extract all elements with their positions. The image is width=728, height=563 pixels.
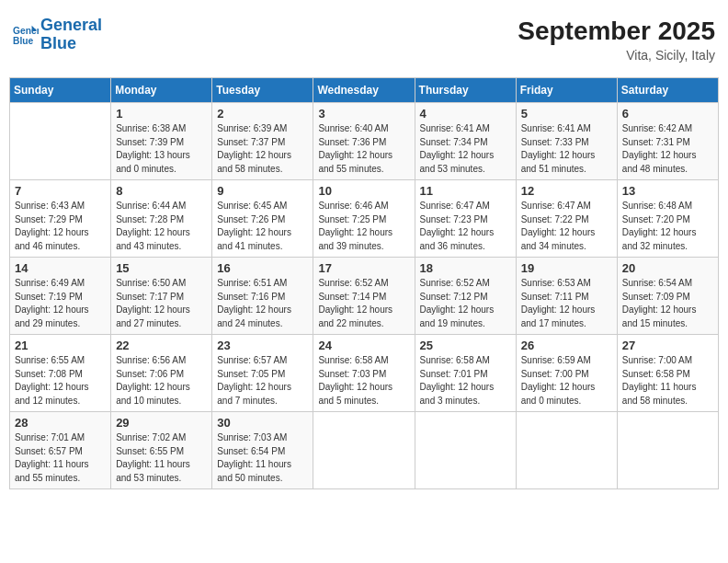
svg-text:General: General	[13, 26, 39, 36]
calendar-week-row: 7Sunrise: 6:43 AMSunset: 7:29 PMDaylight…	[10, 180, 719, 258]
calendar-cell: 21Sunrise: 6:55 AMSunset: 7:08 PMDayligh…	[10, 335, 111, 412]
calendar-cell	[10, 103, 111, 180]
day-info: Sunrise: 6:49 AMSunset: 7:19 PMDaylight:…	[15, 277, 106, 330]
day-info: Sunrise: 6:47 AMSunset: 7:23 PMDaylight:…	[420, 200, 511, 253]
day-number: 24	[318, 339, 409, 352]
month-title: September 2025	[518, 17, 715, 46]
day-info: Sunrise: 6:44 AMSunset: 7:28 PMDaylight:…	[116, 200, 207, 253]
weekday-header-sunday: Sunday	[10, 78, 111, 103]
calendar-cell: 25Sunrise: 6:58 AMSunset: 7:01 PMDayligh…	[415, 335, 516, 412]
calendar-cell: 20Sunrise: 6:54 AMSunset: 7:09 PMDayligh…	[617, 258, 718, 335]
day-info: Sunrise: 7:00 AMSunset: 6:58 PMDaylight:…	[622, 354, 713, 408]
calendar-cell	[313, 412, 415, 489]
calendar-cell: 5Sunrise: 6:41 AMSunset: 7:33 PMDaylight…	[516, 103, 617, 180]
day-number: 6	[622, 107, 713, 121]
calendar-cell: 19Sunrise: 6:53 AMSunset: 7:11 PMDayligh…	[516, 258, 617, 335]
day-info: Sunrise: 6:52 AMSunset: 7:12 PMDaylight:…	[420, 277, 511, 330]
day-number: 4	[420, 107, 511, 121]
weekday-header-row: SundayMondayTuesdayWednesdayThursdayFrid…	[10, 78, 719, 103]
logo-text: GeneralBlue	[40, 17, 102, 53]
day-info: Sunrise: 6:41 AMSunset: 7:34 PMDaylight:…	[420, 122, 511, 176]
day-info: Sunrise: 6:54 AMSunset: 7:09 PMDaylight:…	[622, 277, 713, 330]
calendar-table: SundayMondayTuesdayWednesdayThursdayFrid…	[9, 77, 719, 489]
day-number: 18	[420, 261, 511, 275]
day-number: 14	[15, 261, 106, 275]
calendar-week-row: 1Sunrise: 6:38 AMSunset: 7:39 PMDaylight…	[10, 103, 719, 180]
day-number: 21	[15, 339, 106, 352]
day-number: 7	[15, 184, 106, 198]
day-info: Sunrise: 6:45 AMSunset: 7:26 PMDaylight:…	[217, 200, 308, 253]
weekday-header-thursday: Thursday	[415, 78, 516, 103]
day-number: 5	[521, 107, 612, 121]
day-info: Sunrise: 7:01 AMSunset: 6:57 PMDaylight:…	[15, 431, 106, 485]
day-number: 20	[622, 261, 713, 275]
calendar-cell: 17Sunrise: 6:52 AMSunset: 7:14 PMDayligh…	[313, 258, 415, 335]
day-info: Sunrise: 6:58 AMSunset: 7:01 PMDaylight:…	[420, 354, 511, 408]
weekday-header-monday: Monday	[111, 78, 212, 103]
calendar-cell: 13Sunrise: 6:48 AMSunset: 7:20 PMDayligh…	[617, 180, 718, 258]
calendar-cell: 27Sunrise: 7:00 AMSunset: 6:58 PMDayligh…	[617, 335, 718, 412]
calendar-cell: 9Sunrise: 6:45 AMSunset: 7:26 PMDaylight…	[212, 180, 313, 258]
day-info: Sunrise: 6:48 AMSunset: 7:20 PMDaylight:…	[622, 200, 713, 253]
day-number: 23	[217, 339, 308, 352]
day-info: Sunrise: 6:52 AMSunset: 7:14 PMDaylight:…	[318, 277, 409, 330]
day-info: Sunrise: 6:40 AMSunset: 7:36 PMDaylight:…	[318, 122, 409, 176]
day-info: Sunrise: 6:50 AMSunset: 7:17 PMDaylight:…	[116, 277, 207, 330]
day-number: 2	[217, 107, 308, 121]
day-number: 29	[116, 416, 207, 430]
day-number: 10	[318, 184, 409, 198]
day-number: 16	[217, 261, 308, 275]
calendar-week-row: 28Sunrise: 7:01 AMSunset: 6:57 PMDayligh…	[10, 412, 719, 489]
calendar-cell: 29Sunrise: 7:02 AMSunset: 6:55 PMDayligh…	[111, 412, 212, 489]
logo-icon: General Blue	[13, 22, 39, 48]
calendar-week-row: 21Sunrise: 6:55 AMSunset: 7:08 PMDayligh…	[10, 335, 719, 412]
page-header: General Blue GeneralBlue September 2025 …	[9, 9, 719, 70]
calendar-cell: 7Sunrise: 6:43 AMSunset: 7:29 PMDaylight…	[10, 180, 111, 258]
calendar-cell: 24Sunrise: 6:58 AMSunset: 7:03 PMDayligh…	[313, 335, 415, 412]
day-number: 8	[116, 184, 207, 198]
day-number: 3	[318, 107, 409, 121]
day-info: Sunrise: 6:38 AMSunset: 7:39 PMDaylight:…	[116, 122, 207, 176]
calendar-cell: 22Sunrise: 6:56 AMSunset: 7:06 PMDayligh…	[111, 335, 212, 412]
calendar-cell	[617, 412, 718, 489]
day-info: Sunrise: 7:03 AMSunset: 6:54 PMDaylight:…	[217, 431, 308, 485]
calendar-cell	[415, 412, 516, 489]
day-number: 22	[116, 339, 207, 352]
calendar-cell: 10Sunrise: 6:46 AMSunset: 7:25 PMDayligh…	[313, 180, 415, 258]
day-number: 30	[217, 416, 308, 430]
calendar-cell: 8Sunrise: 6:44 AMSunset: 7:28 PMDaylight…	[111, 180, 212, 258]
weekday-header-friday: Friday	[516, 78, 617, 103]
day-info: Sunrise: 6:57 AMSunset: 7:05 PMDaylight:…	[217, 354, 308, 408]
weekday-header-wednesday: Wednesday	[313, 78, 415, 103]
calendar-week-row: 14Sunrise: 6:49 AMSunset: 7:19 PMDayligh…	[10, 258, 719, 335]
day-info: Sunrise: 6:47 AMSunset: 7:22 PMDaylight:…	[521, 200, 612, 253]
calendar-cell	[516, 412, 617, 489]
day-number: 26	[521, 339, 612, 352]
calendar-cell: 16Sunrise: 6:51 AMSunset: 7:16 PMDayligh…	[212, 258, 313, 335]
day-info: Sunrise: 6:56 AMSunset: 7:06 PMDaylight:…	[116, 354, 207, 408]
day-number: 25	[420, 339, 511, 352]
day-info: Sunrise: 6:42 AMSunset: 7:31 PMDaylight:…	[622, 122, 713, 176]
day-number: 9	[217, 184, 308, 198]
day-info: Sunrise: 6:59 AMSunset: 7:00 PMDaylight:…	[521, 354, 612, 408]
day-number: 13	[622, 184, 713, 198]
day-info: Sunrise: 6:55 AMSunset: 7:08 PMDaylight:…	[15, 354, 106, 408]
day-info: Sunrise: 6:46 AMSunset: 7:25 PMDaylight:…	[318, 200, 409, 253]
logo: General Blue GeneralBlue	[13, 17, 102, 53]
day-number: 17	[318, 261, 409, 275]
day-number: 11	[420, 184, 511, 198]
calendar-cell: 12Sunrise: 6:47 AMSunset: 7:22 PMDayligh…	[516, 180, 617, 258]
svg-text:Blue: Blue	[13, 36, 34, 46]
day-info: Sunrise: 7:02 AMSunset: 6:55 PMDaylight:…	[116, 431, 207, 485]
calendar-cell: 1Sunrise: 6:38 AMSunset: 7:39 PMDaylight…	[111, 103, 212, 180]
weekday-header-tuesday: Tuesday	[212, 78, 313, 103]
location-subtitle: Vita, Sicily, Italy	[518, 48, 715, 63]
day-info: Sunrise: 6:39 AMSunset: 7:37 PMDaylight:…	[217, 122, 308, 176]
calendar-cell: 11Sunrise: 6:47 AMSunset: 7:23 PMDayligh…	[415, 180, 516, 258]
calendar-cell: 6Sunrise: 6:42 AMSunset: 7:31 PMDaylight…	[617, 103, 718, 180]
calendar-cell: 28Sunrise: 7:01 AMSunset: 6:57 PMDayligh…	[10, 412, 111, 489]
weekday-header-saturday: Saturday	[617, 78, 718, 103]
day-info: Sunrise: 6:58 AMSunset: 7:03 PMDaylight:…	[318, 354, 409, 408]
day-info: Sunrise: 6:41 AMSunset: 7:33 PMDaylight:…	[521, 122, 612, 176]
day-info: Sunrise: 6:53 AMSunset: 7:11 PMDaylight:…	[521, 277, 612, 330]
